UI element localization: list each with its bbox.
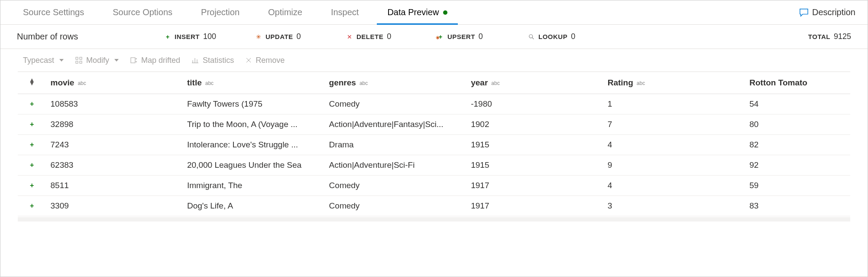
stat-name: DELETE <box>356 33 383 40</box>
stat-value: 0 <box>571 32 575 41</box>
svg-line-1 <box>532 37 534 39</box>
stat-update: ✳ UPDATE 0 <box>255 32 329 41</box>
type-badge: abc <box>205 80 214 86</box>
description-label: Description <box>812 7 855 17</box>
typecast-button[interactable]: Typecast <box>23 56 64 65</box>
col-label: title <box>187 78 202 87</box>
col-header-rating[interactable]: Ratingabc <box>603 72 745 94</box>
stat-name: UPSERT <box>447 33 475 40</box>
col-header-rotton-tomato[interactable]: Rotton Tomato <box>745 72 850 94</box>
svg-rect-3 <box>80 57 82 59</box>
tab-inspect[interactable]: Inspect <box>321 0 369 24</box>
tab-source-options[interactable]: Source Options <box>102 0 183 24</box>
cell-rating: 7 <box>603 114 745 135</box>
tab-label: Optimize <box>268 7 302 17</box>
cell-year: 1915 <box>466 135 603 155</box>
chevron-down-icon <box>114 59 119 62</box>
table-row[interactable]: +8511Immigrant, TheComedy1917459 <box>18 176 850 196</box>
cell-title: Trip to the Moon, A (Voyage ... <box>183 114 325 135</box>
horizontal-scrollbar[interactable] <box>18 217 850 222</box>
stats-title: Number of rows <box>17 32 147 42</box>
insert-row-icon: + <box>18 196 46 216</box>
stat-name: UPDATE <box>266 33 293 40</box>
upsert-icon: ✳+ <box>437 33 444 40</box>
col-header-title[interactable]: titleabc <box>183 72 325 94</box>
sort-icon: ▲▼ <box>29 78 35 85</box>
stat-value: 0 <box>297 32 301 41</box>
tab-label: Source Settings <box>23 7 84 17</box>
col-label: genres <box>329 78 356 87</box>
insert-row-icon: + <box>18 155 46 176</box>
sort-column-header[interactable]: ▲▼ <box>18 72 46 94</box>
cell-title: Immigrant, The <box>183 176 325 196</box>
comment-icon <box>799 8 809 17</box>
header-row: ▲▼ movieabc titleabc genresabc yearabc R… <box>18 72 850 94</box>
cell-year: 1902 <box>466 114 603 135</box>
cell-movie: 108583 <box>46 94 183 114</box>
tab-label: Data Preview <box>387 7 439 17</box>
tab-projection[interactable]: Projection <box>191 0 250 24</box>
stat-name: INSERT <box>175 33 200 40</box>
col-label: year <box>471 78 488 87</box>
table-row[interactable]: +108583Fawlty Towers (1975Comedy-1980154 <box>18 94 850 114</box>
cell-year: -1980 <box>466 94 603 114</box>
tab-data-preview[interactable]: Data Preview <box>377 0 458 24</box>
chevron-down-icon <box>59 59 64 62</box>
insert-row-icon: + <box>18 114 46 135</box>
col-header-genres[interactable]: genresabc <box>325 72 467 94</box>
stat-name: LOOKUP <box>538 33 567 40</box>
toolbar: Typecast Modify Map drifted Statistics R… <box>0 49 868 72</box>
type-badge: abc <box>491 80 499 86</box>
tab-optimize[interactable]: Optimize <box>258 0 313 24</box>
tab-label: Source Options <box>113 7 172 17</box>
stat-value: 100 <box>203 32 216 41</box>
cell-rt: 92 <box>745 155 850 176</box>
cell-title: Dog's Life, A <box>183 196 325 216</box>
cell-rating: 3 <box>603 196 745 216</box>
data-table: ▲▼ movieabc titleabc genresabc yearabc R… <box>18 72 850 216</box>
stat-insert: + INSERT 100 <box>164 32 238 41</box>
asterisk-icon: ✳ <box>255 33 262 40</box>
description-button[interactable]: Description <box>799 7 855 17</box>
stat-upsert: ✳+ UPSERT 0 <box>437 32 511 41</box>
cell-rating: 4 <box>603 135 745 155</box>
table-row[interactable]: +32898Trip to the Moon, A (Voyage ...Act… <box>18 114 850 135</box>
map-icon <box>130 56 138 64</box>
cell-rating: 9 <box>603 155 745 176</box>
stat-total: TOTAL 9125 <box>808 32 851 41</box>
insert-row-icon: + <box>18 94 46 114</box>
tab-source-settings[interactable]: Source Settings <box>13 0 94 24</box>
map-drifted-button[interactable]: Map drifted <box>130 56 180 65</box>
cell-title: 20,000 Leagues Under the Sea <box>183 155 325 176</box>
plus-icon: + <box>164 33 171 40</box>
col-label: Rating <box>608 78 633 87</box>
table-row[interactable]: +6238320,000 Leagues Under the SeaAction… <box>18 155 850 176</box>
stat-value: 9125 <box>834 32 851 41</box>
statistics-button[interactable]: Statistics <box>191 56 234 65</box>
cell-rt: 59 <box>745 176 850 196</box>
tool-label: Remove <box>256 56 285 65</box>
col-header-movie[interactable]: movieabc <box>46 72 183 94</box>
col-header-year[interactable]: yearabc <box>466 72 603 94</box>
table-row[interactable]: +3309Dog's Life, AComedy1917383 <box>18 196 850 216</box>
modify-button[interactable]: Modify <box>75 56 119 65</box>
tab-label: Inspect <box>331 7 359 17</box>
svg-rect-5 <box>80 61 82 63</box>
cell-year: 1917 <box>466 176 603 196</box>
tool-label: Typecast <box>23 56 54 65</box>
status-dot-icon <box>443 10 447 15</box>
cell-movie: 7243 <box>46 135 183 155</box>
remove-button[interactable]: Remove <box>245 56 285 65</box>
x-icon: ✕ <box>346 33 353 40</box>
cell-genres: Action|Adventure|Sci-Fi <box>325 155 467 176</box>
insert-row-icon: + <box>18 176 46 196</box>
cell-movie: 62383 <box>46 155 183 176</box>
cell-genres: Drama <box>325 135 467 155</box>
tool-label: Modify <box>86 56 109 65</box>
cell-year: 1917 <box>466 196 603 216</box>
cell-movie: 32898 <box>46 114 183 135</box>
stat-delete: ✕ DELETE 0 <box>346 32 420 41</box>
cell-genres: Action|Adventure|Fantasy|Sci... <box>325 114 467 135</box>
stats-icon <box>191 56 199 64</box>
table-row[interactable]: +7243Intolerance: Love's Struggle ...Dra… <box>18 135 850 155</box>
